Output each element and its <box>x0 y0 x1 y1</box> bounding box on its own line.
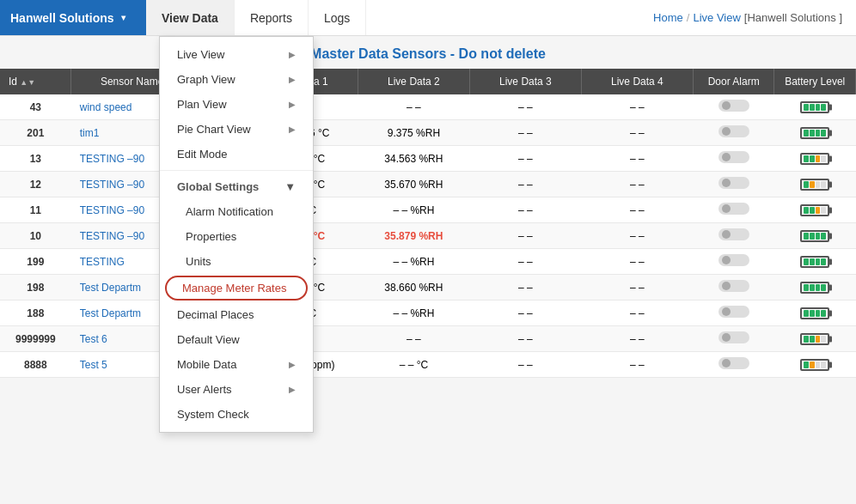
col-header-battery: Battery Level <box>774 69 856 94</box>
table-row: 11TESTING –90🔔– – °C– – %RH– –– – <box>0 197 856 223</box>
door-slider[interactable] <box>718 331 749 343</box>
door-slider[interactable] <box>718 357 749 369</box>
cell-live2: 9.375 %RH <box>358 120 469 146</box>
door-slider[interactable] <box>718 203 749 215</box>
cell-live3: – – <box>469 249 581 275</box>
breadcrumb-separator: / <box>687 11 690 24</box>
sensor-name-link[interactable]: TESTING –90 <box>80 179 144 191</box>
brand-chevron-icon: ▾ <box>121 13 125 22</box>
menu-properties[interactable]: Properties <box>160 224 313 249</box>
door-slider[interactable] <box>718 100 749 112</box>
breadcrumb-current[interactable]: Live View <box>693 11 740 24</box>
door-slider[interactable] <box>718 228 749 240</box>
cell-battery <box>774 352 856 378</box>
breadcrumb-home[interactable]: Home <box>653 11 683 24</box>
cell-battery <box>774 146 856 172</box>
dropdown-menu-overlay: Live View▶ Graph View▶ Plan View▶ Pie Ch… <box>159 36 314 433</box>
cell-live4: – – <box>581 120 693 146</box>
cell-live2: – – °C <box>358 352 469 378</box>
menu-units[interactable]: Units <box>160 249 313 274</box>
battery-indicator <box>800 282 829 294</box>
brand-name: Hanwell Solutions <box>10 11 114 25</box>
cell-live4: – – <box>581 223 693 249</box>
door-slider[interactable] <box>718 125 749 137</box>
sensor-name-link[interactable]: Test Departm <box>80 282 141 294</box>
door-slider[interactable] <box>718 177 749 189</box>
cell-battery <box>774 275 856 301</box>
cell-door-alarm <box>693 94 774 120</box>
menu-manage-meter-rates[interactable]: Manage Meter Rates <box>165 276 308 301</box>
menu-alarm-notification[interactable]: Alarm Notification <box>160 199 313 224</box>
sensor-name-link[interactable]: Test Departm <box>80 307 141 319</box>
sensor-name-link[interactable]: TESTING –90 <box>80 230 144 242</box>
table-row: 9999999Test 6✔– –– –– –– – <box>0 326 856 352</box>
nav-view-data[interactable]: View Data <box>146 0 235 35</box>
menu-edit-mode[interactable]: Edit Mode <box>160 142 313 167</box>
door-slider[interactable] <box>718 151 749 163</box>
cell-live3: – – <box>469 94 581 120</box>
sensor-name-link[interactable]: TESTING –90 <box>80 204 144 216</box>
cell-live4: – – <box>581 172 693 197</box>
cell-live2: – – %RH <box>358 249 469 275</box>
cell-id: 12 <box>0 172 71 197</box>
cell-live2: – – %RH <box>358 301 469 326</box>
cell-live3: – – <box>469 275 581 301</box>
menu-live-view[interactable]: Live View▶ <box>160 42 313 67</box>
door-slider[interactable] <box>718 254 749 266</box>
battery-indicator <box>800 256 829 268</box>
cell-live3: – – <box>469 172 581 197</box>
nav-logs[interactable]: Logs <box>309 0 366 35</box>
cell-door-alarm <box>693 352 774 378</box>
sensor-name-link[interactable]: TESTING –90 <box>80 153 144 165</box>
nav-reports[interactable]: Reports <box>235 0 309 35</box>
door-slider[interactable] <box>718 306 749 318</box>
sensor-name-link[interactable]: Test 5 <box>80 359 107 371</box>
battery-indicator <box>800 204 829 216</box>
cell-id: 11 <box>0 197 71 223</box>
menu-default-view[interactable]: Default View <box>160 327 313 352</box>
cell-id: 9999999 <box>0 326 71 352</box>
battery-indicator <box>800 179 829 191</box>
sensor-name-link[interactable]: Test 6 <box>80 333 107 345</box>
cell-battery <box>774 301 856 326</box>
battery-indicator <box>800 359 829 371</box>
cell-live3: – – <box>469 352 581 378</box>
nav-links: View Data Reports Logs <box>146 0 366 35</box>
view-data-dropdown: Live View▶ Graph View▶ Plan View▶ Pie Ch… <box>159 36 314 433</box>
battery-indicator <box>800 127 829 139</box>
cell-live4: – – <box>581 249 693 275</box>
menu-graph-view[interactable]: Graph View▶ <box>160 67 313 92</box>
cell-battery <box>774 249 856 275</box>
cell-live4: – – <box>581 146 693 172</box>
sensor-name-link[interactable]: wind speed <box>80 101 132 113</box>
cell-live4: – – <box>581 352 693 378</box>
cell-battery <box>774 120 856 146</box>
sensor-name-link[interactable]: tim1 <box>80 127 100 139</box>
menu-global-settings[interactable]: Global Settings▼ <box>160 174 313 199</box>
menu-user-alerts[interactable]: User Alerts▶ <box>160 377 313 402</box>
cell-live4: – – <box>581 275 693 301</box>
cell-battery <box>774 223 856 249</box>
table-header-row: Id ▲▼ Sensor Name Alarm Live Data 1 Live… <box>0 69 856 94</box>
menu-mobile-data[interactable]: Mobile Data▶ <box>160 352 313 377</box>
sensor-name-link[interactable]: TESTING <box>80 256 125 268</box>
menu-decimal-places[interactable]: Decimal Places <box>160 302 313 327</box>
battery-indicator <box>800 153 829 165</box>
cell-battery <box>774 326 856 352</box>
cell-id: 10 <box>0 223 71 249</box>
cell-live4: – – <box>581 301 693 326</box>
cell-battery <box>774 94 856 120</box>
cell-battery <box>774 172 856 197</box>
table-row: 198Test Departm🔔23.037 °C38.660 %RH– –– … <box>0 275 856 301</box>
cell-id: 188 <box>0 301 71 326</box>
menu-plan-view[interactable]: Plan View▶ <box>160 92 313 117</box>
door-slider[interactable] <box>718 280 749 292</box>
brand-logo[interactable]: Hanwell Solutions ▾ <box>0 0 146 35</box>
battery-indicator <box>800 230 829 242</box>
menu-system-check[interactable]: System Check <box>160 402 313 427</box>
battery-indicator <box>800 307 829 319</box>
cell-door-alarm <box>693 120 774 146</box>
menu-pie-chart-view[interactable]: Pie Chart View▶ <box>160 117 313 142</box>
cell-live4: – – <box>581 197 693 223</box>
cell-live3: – – <box>469 120 581 146</box>
